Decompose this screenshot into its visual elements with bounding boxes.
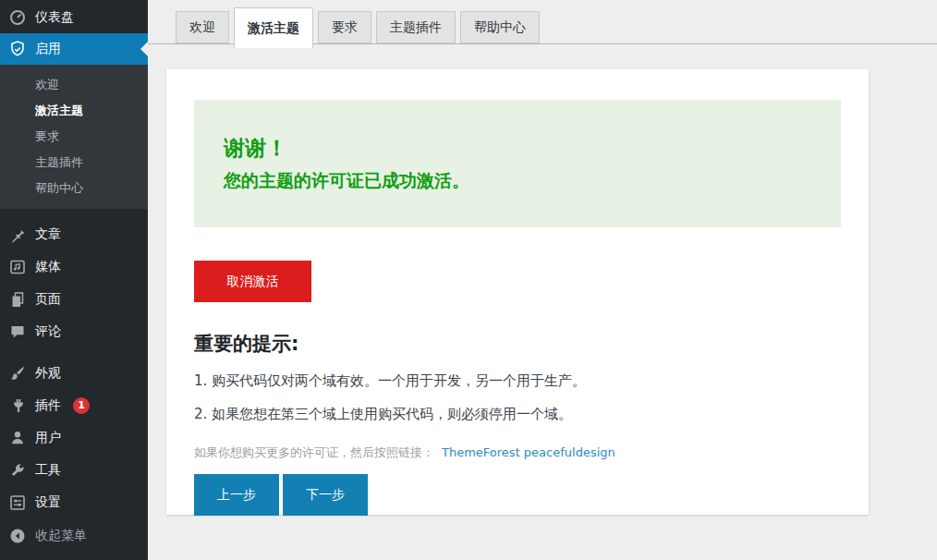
previous-step-button[interactable]: 上一步	[194, 474, 279, 516]
sidebar-item-label: 收起菜单	[35, 528, 87, 544]
sidebar-item-comments[interactable]: 评论	[0, 315, 148, 347]
sidebar-item-label: 文章	[35, 226, 61, 243]
license-note-row: 如果你想购买更多的许可证，然后按照链接：ThemeForest peaceful…	[194, 444, 841, 461]
dashboard-icon	[8, 8, 27, 27]
sidebar-item-pages[interactable]: 页面	[0, 283, 148, 315]
sidebar-item-label: 仪表盘	[35, 9, 74, 26]
sidebar-item-users[interactable]: 用户	[0, 421, 148, 454]
license-note-text: 如果你想购买更多的许可证，然后按照链接：	[194, 445, 434, 459]
pages-icon	[8, 290, 27, 309]
media-icon	[8, 258, 27, 276]
plugin-icon	[8, 396, 27, 415]
note-line-2: 2. 如果您想在第三个域上使用购买代码，则必须停用一个域。	[194, 406, 841, 423]
important-notes-heading: 重要的提示:	[194, 331, 841, 357]
sidebar-item-settings[interactable]: 设置	[0, 486, 148, 518]
menu-spacer	[0, 209, 148, 218]
tab-help-center[interactable]: 帮助中心	[460, 11, 540, 43]
sidebar-item-tools[interactable]: 工具	[0, 454, 148, 486]
tab-requirements[interactable]: 要求	[318, 11, 371, 43]
themeforest-link[interactable]: ThemeForest peacefuldesign	[442, 445, 615, 459]
submenu-item-theme-plugins[interactable]: 主题插件	[0, 150, 148, 176]
setup-wizard-tabbar: 欢迎 激活主题 要求 主题插件 帮助中心	[148, 0, 937, 44]
sidebar-item-plugins[interactable]: 插件 1	[0, 389, 148, 421]
activation-card: 谢谢！ 您的主题的许可证已成功激活。 取消激活 重要的提示: 1. 购买代码仅对…	[166, 69, 869, 515]
main-content-area: 欢迎 激活主题 要求 主题插件 帮助中心 谢谢！ 您的主题的许可证已成功激活。 …	[148, 0, 937, 560]
next-step-button[interactable]: 下一步	[283, 474, 368, 516]
sidebar-item-label: 评论	[35, 323, 61, 340]
wizard-nav-buttons: 上一步 下一步	[194, 474, 841, 516]
admin-sidebar: 仪表盘 启用 欢迎 激活主题 要求 主题插件 帮助中心 文章 媒体	[0, 0, 148, 560]
sidebar-item-appearance[interactable]: 外观	[0, 357, 148, 389]
submenu-item-requirements[interactable]: 要求	[0, 124, 148, 150]
submenu-item-welcome[interactable]: 欢迎	[0, 72, 148, 98]
comment-icon	[8, 323, 27, 341]
shield-check-icon	[8, 40, 27, 58]
sidebar-item-label: 启用	[35, 41, 61, 57]
tab-activate-theme[interactable]: 激活主题	[234, 7, 313, 48]
brush-icon	[8, 364, 27, 383]
tab-theme-plugins[interactable]: 主题插件	[376, 11, 456, 43]
sidebar-item-label: 用户	[35, 430, 61, 446]
sidebar-item-activate[interactable]: 启用	[0, 33, 148, 65]
tab-welcome[interactable]: 欢迎	[176, 11, 229, 43]
notice-title: 谢谢！	[224, 134, 811, 163]
settings-icon	[8, 493, 27, 512]
success-notice: 谢谢！ 您的主题的许可证已成功激活。	[194, 100, 841, 227]
wordpress-admin: 仪表盘 启用 欢迎 激活主题 要求 主题插件 帮助中心 文章 媒体	[0, 0, 937, 560]
sidebar-item-label: 媒体	[35, 259, 61, 275]
sidebar-item-label: 工具	[35, 462, 61, 479]
wrench-icon	[8, 461, 27, 480]
sidebar-item-collapse-menu[interactable]: 收起菜单	[0, 519, 148, 552]
menu-spacer	[0, 347, 148, 357]
collapse-arrow-icon	[8, 527, 27, 545]
sidebar-item-label: 插件	[35, 397, 61, 414]
sidebar-item-media[interactable]: 媒体	[0, 250, 148, 283]
note-line-1: 1. 购买代码仅对两个域有效。一个用于开发，另一个用于生产。	[194, 372, 841, 390]
sidebar-item-dashboard[interactable]: 仪表盘	[0, 2, 148, 33]
sidebar-item-label: 外观	[35, 365, 61, 382]
pin-icon	[8, 225, 27, 244]
activate-submenu: 欢迎 激活主题 要求 主题插件 帮助中心	[0, 65, 148, 209]
sidebar-item-label: 页面	[35, 291, 61, 308]
user-icon	[8, 429, 27, 447]
notice-message: 您的主题的许可证已成功激活。	[224, 169, 811, 193]
plugins-update-badge: 1	[73, 397, 90, 414]
sidebar-item-posts[interactable]: 文章	[0, 218, 148, 250]
sidebar-item-label: 设置	[35, 494, 61, 511]
submenu-item-help-center[interactable]: 帮助中心	[0, 176, 148, 201]
deactivate-button[interactable]: 取消激活	[194, 261, 311, 302]
submenu-item-activate-theme[interactable]: 激活主题	[0, 98, 148, 124]
